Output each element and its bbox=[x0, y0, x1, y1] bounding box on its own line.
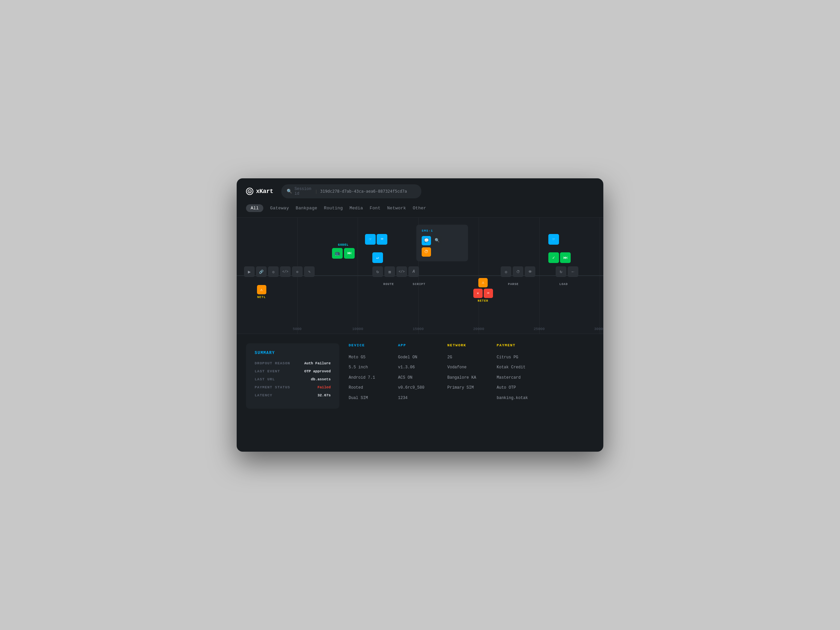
network-title: NETWORK bbox=[447, 343, 487, 347]
circle-btn[interactable]: ⊙ bbox=[292, 266, 303, 277]
network-item-1: Vodafone bbox=[447, 364, 487, 371]
pipe-divider: | bbox=[315, 189, 318, 194]
app-title: APP bbox=[398, 343, 438, 347]
neter-kb-btn[interactable]: ⌨ bbox=[484, 289, 493, 298]
tab-network[interactable]: Network bbox=[387, 206, 406, 211]
godel-label: GODEL bbox=[338, 243, 349, 247]
touch-btn[interactable]: ☞ bbox=[365, 234, 376, 245]
neter-group: ⚠ ✕ ⌨ NETER bbox=[473, 278, 493, 303]
top-touch-group: ☞ bbox=[548, 234, 559, 245]
link-btn[interactable]: 🔗 bbox=[256, 266, 267, 277]
key-last-url: LAST URL bbox=[255, 377, 291, 381]
device-panel: DEVICE Moto G5 5.5 inch Android 7.1 Root… bbox=[349, 343, 388, 409]
top-check-group: ✓ ⏭ bbox=[548, 252, 571, 263]
grid-label-15000: 15000 bbox=[413, 327, 424, 331]
summary-row-1: LAST EVENT OTP approved bbox=[255, 369, 331, 373]
network-panel: NETWORK 2G Vodafone Bangalore KA Primary… bbox=[447, 343, 487, 409]
tab-media[interactable]: Media bbox=[350, 206, 363, 211]
grid-label-5000: 5000 bbox=[293, 327, 302, 331]
neter-warn-btn[interactable]: ⚠ bbox=[478, 278, 488, 287]
parse-clock-btn[interactable]: ⏱ bbox=[513, 266, 523, 277]
godel-tv-btn[interactable]: 📺 bbox=[332, 248, 343, 259]
keyboard-btn[interactable]: ⌨ bbox=[377, 234, 387, 245]
parse-label: PARSE bbox=[508, 283, 519, 286]
neter-x-btn[interactable]: ✕ bbox=[473, 289, 483, 298]
tab-font[interactable]: Font bbox=[369, 206, 381, 211]
summary-panel: SUMMARY DROPOUT REASON Auth Failure LAST… bbox=[246, 343, 339, 409]
grid-label-30000: 30000 bbox=[594, 327, 603, 331]
tab-gateway[interactable]: Gateway bbox=[270, 206, 289, 211]
grid-label-20000: 20000 bbox=[473, 327, 484, 331]
script-label-grp: SCRIPT bbox=[413, 283, 425, 286]
godel-ff-btn[interactable]: ⏭ bbox=[344, 248, 355, 259]
godel-group: GODEL 📺 ⏭ bbox=[332, 243, 355, 259]
parse-target-btn[interactable]: ◎ bbox=[501, 266, 512, 277]
key-payment-status: PAYMENT STATUS bbox=[255, 385, 291, 389]
load-arrow-btn[interactable]: ← bbox=[568, 266, 578, 277]
tab-other[interactable]: Other bbox=[413, 206, 426, 211]
device-item-3: Rooted bbox=[349, 384, 388, 391]
app-item-4: 1234 bbox=[398, 395, 438, 401]
route-menu-btn[interactable]: ▤ bbox=[384, 266, 395, 277]
app-item-3: v0.6rc9_580 bbox=[398, 384, 438, 391]
sms-clock-btn[interactable]: ⏱ bbox=[422, 247, 431, 257]
grid-label-10000: 10000 bbox=[352, 327, 363, 331]
enter-btn[interactable]: ↵ bbox=[372, 252, 383, 263]
app-name: xKart bbox=[256, 188, 273, 195]
load-refresh-btn[interactable]: ↻ bbox=[556, 266, 566, 277]
search-placeholder: Session id bbox=[295, 187, 312, 196]
device-item-4: Dual SIM bbox=[349, 395, 388, 401]
route-refresh-btn[interactable]: ↻ bbox=[372, 266, 383, 277]
search-icon: 🔍 bbox=[287, 189, 292, 194]
tab-routing[interactable]: Routing bbox=[324, 206, 343, 211]
tab-all[interactable]: All bbox=[246, 204, 263, 212]
code-btn[interactable]: </> bbox=[280, 266, 291, 277]
filter-tabs: All Gateway Bankpage Routing Media Font … bbox=[237, 204, 603, 217]
route-group: ↻ ▤ </> A bbox=[372, 266, 419, 277]
start-btn[interactable]: ▶ bbox=[244, 266, 255, 277]
app-item-0: Godel ON bbox=[398, 354, 438, 361]
node-group-start: ▶ 🔗 ◎ </> ⊙ ✎ bbox=[244, 266, 315, 277]
key-dropout: DROPOUT REASON bbox=[255, 362, 291, 365]
summary-row-4: LATENCY 32.67s bbox=[255, 393, 331, 397]
top-touch-btn[interactable]: ☞ bbox=[548, 234, 559, 245]
logo: ◎ xKart bbox=[246, 188, 273, 195]
target-btn[interactable]: ◎ bbox=[268, 266, 279, 277]
sms1-box: SMS-1 💬 🔍 ⏱ bbox=[416, 225, 468, 261]
route-type-btn[interactable]: A bbox=[408, 266, 419, 277]
enter-group: ↵ bbox=[372, 252, 383, 263]
timeline-area: 5000 10000 15000 20000 25000 30000 ▶ 🔗 ◎… bbox=[237, 217, 603, 334]
tab-bankpage[interactable]: Bankpage bbox=[296, 206, 317, 211]
logo-icon: ◎ bbox=[246, 188, 253, 195]
top-check-btn[interactable]: ✓ bbox=[548, 252, 559, 263]
network-item-3: Primary SIM bbox=[447, 384, 487, 391]
header: ◎ xKart 🔍 Session id | bbox=[237, 178, 603, 204]
search-bar[interactable]: 🔍 Session id | bbox=[281, 184, 422, 198]
route-code-btn[interactable]: </> bbox=[396, 266, 407, 277]
load-group: ↻ ← bbox=[556, 266, 578, 277]
val-dropout: Auth Failure bbox=[304, 362, 331, 365]
app-item-2: ACS ON bbox=[398, 374, 438, 381]
sms-search-btn[interactable]: 🔍 bbox=[432, 236, 442, 245]
payment-item-1: Kotak Credit bbox=[497, 364, 537, 371]
netl-label: NETL bbox=[257, 296, 266, 299]
app-panel: APP Godel ON v1.3.06 ACS ON v0.6rc9_580 … bbox=[398, 343, 438, 409]
parse-eye-btn[interactable]: 👁 bbox=[525, 266, 535, 277]
netl-warn-btn[interactable]: ⚠ bbox=[257, 285, 266, 294]
summary-title: SUMMARY bbox=[255, 351, 331, 355]
val-last-event: OTP approved bbox=[304, 369, 331, 373]
sms-msg-btn[interactable]: 💬 bbox=[422, 236, 431, 245]
network-item-0: 2G bbox=[447, 354, 487, 361]
load-label: LOAD bbox=[559, 283, 568, 286]
app-item-1: v1.3.06 bbox=[398, 364, 438, 371]
payment-item-3: Auto OTP bbox=[497, 384, 537, 391]
summary-row-3: PAYMENT STATUS Failed bbox=[255, 385, 331, 389]
summary-row-2: LAST URL db.assets bbox=[255, 377, 331, 381]
top-ff-btn[interactable]: ⏭ bbox=[560, 252, 571, 263]
edit-btn[interactable]: ✎ bbox=[304, 266, 315, 277]
val-payment-status: Failed bbox=[317, 385, 331, 389]
session-id-input[interactable] bbox=[321, 189, 416, 194]
key-last-event: LAST EVENT bbox=[255, 369, 291, 373]
device-item-2: Android 7.1 bbox=[349, 374, 388, 381]
parse-group: ◎ ⏱ 👁 bbox=[501, 266, 535, 277]
